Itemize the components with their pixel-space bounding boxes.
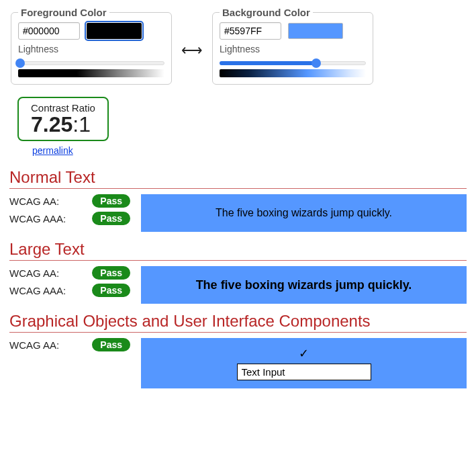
normal-aa-result: Pass <box>92 194 130 208</box>
background-legend: Background Color <box>220 7 313 18</box>
normal-text-sample[interactable]: The five boxing wizards jump quickly. <box>141 194 467 232</box>
background-lightness-slider[interactable] <box>220 54 366 65</box>
sample-text-input[interactable] <box>237 364 371 380</box>
ui-aa-result: Pass <box>92 338 130 351</box>
foreground-hue-gradient[interactable] <box>18 69 164 77</box>
background-hex-input[interactable] <box>220 22 281 40</box>
ui-aa-label: WCAG AA: <box>9 339 59 351</box>
normal-aa-label: WCAG AA: <box>9 196 59 207</box>
background-color-group: Background Color Lightness <box>212 7 373 85</box>
swap-colors-icon[interactable]: ⟷ <box>180 42 204 59</box>
background-hue-gradient[interactable] <box>220 69 366 77</box>
foreground-color-group: Foreground Color Lightness <box>11 7 172 85</box>
large-aa-label: WCAG AA: <box>9 267 59 279</box>
foreground-hex-input[interactable] <box>18 22 80 40</box>
background-swatch[interactable] <box>288 23 343 39</box>
section-title-normal: Normal Text <box>9 168 467 189</box>
foreground-lightness-label: Lightness <box>18 44 164 54</box>
section-title-ui: Graphical Objects and User Interface Com… <box>9 312 467 333</box>
normal-aaa-result: Pass <box>92 212 130 225</box>
permalink-link[interactable]: permalink <box>32 145 467 156</box>
contrast-ratio-value: 7.25:1 <box>31 112 95 137</box>
large-aaa-label: WCAG AAA: <box>9 285 66 296</box>
foreground-swatch[interactable] <box>87 23 142 39</box>
normal-aaa-label: WCAG AAA: <box>9 213 66 224</box>
contrast-ratio-box: Contrast Ratio 7.25:1 <box>17 97 109 141</box>
large-aa-result: Pass <box>92 266 130 280</box>
foreground-lightness-slider[interactable] <box>18 54 164 65</box>
checkmark-icon: ✓ <box>299 346 309 361</box>
background-lightness-label: Lightness <box>220 44 366 54</box>
section-title-large: Large Text <box>9 240 467 261</box>
large-text-sample[interactable]: The five boxing wizards jump quickly. <box>141 266 467 304</box>
ui-component-sample: ✓ <box>141 338 467 388</box>
normal-sample-text: The five boxing wizards jump quickly. <box>216 207 392 219</box>
large-aaa-result: Pass <box>92 284 130 297</box>
foreground-legend: Foreground Color <box>18 7 109 18</box>
large-sample-text: The five boxing wizards jump quickly. <box>196 278 412 292</box>
